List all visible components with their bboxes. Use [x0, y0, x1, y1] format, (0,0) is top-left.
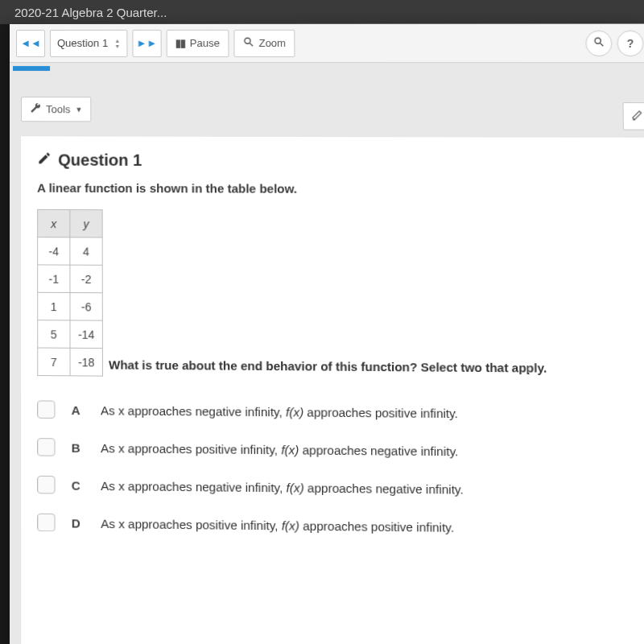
- col-header-y: y: [70, 210, 102, 237]
- prev-button[interactable]: ◄◄: [16, 29, 45, 56]
- pause-icon: ▮▮: [175, 37, 185, 49]
- svg-line-3: [601, 43, 604, 47]
- svg-point-2: [595, 38, 601, 43]
- tools-row: Tools ▼: [10, 74, 644, 123]
- choice-c: C As x approaches negative infinity, f(x…: [37, 476, 637, 500]
- app-window: ◄◄ Question 1 ▲▼ ►► ▮▮ Pause Zoom: [10, 24, 644, 644]
- tab-title: 2020-21 Algebra 2 Quarter...: [14, 6, 167, 19]
- browser-tab[interactable]: 2020-21 Algebra 2 Quarter...: [0, 0, 644, 24]
- checkbox-d[interactable]: [37, 514, 55, 532]
- edit-icon: [631, 109, 643, 123]
- toolbar: ◄◄ Question 1 ▲▼ ►► ▮▮ Pause Zoom: [10, 24, 644, 64]
- data-table: x y -44 -1-2 1-6 5-14 7-18: [37, 209, 103, 377]
- stepper-icon: ▲▼: [114, 37, 120, 48]
- wrench-icon: [30, 102, 41, 116]
- question-selector[interactable]: Question 1 ▲▼: [50, 29, 127, 56]
- svg-point-0: [245, 38, 250, 43]
- choice-b: B As x approaches positive infinity, f(x…: [37, 438, 637, 461]
- progress-segment: [13, 66, 50, 71]
- double-chevron-right-icon: ►►: [136, 37, 157, 49]
- question-title: Question 1: [37, 151, 634, 171]
- pause-label: Pause: [190, 37, 220, 49]
- choice-letter: B: [72, 440, 85, 454]
- checkbox-a[interactable]: [37, 400, 55, 419]
- table-row: -1-2: [38, 265, 103, 293]
- question-content: Question 1 A linear function is shown in…: [21, 136, 644, 644]
- answer-choices: A As x approaches negative infinity, f(x…: [37, 400, 638, 538]
- tools-label: Tools: [46, 103, 70, 115]
- choice-text: As x approaches negative infinity, f(x) …: [101, 403, 458, 420]
- double-chevron-left-icon: ◄◄: [20, 37, 41, 49]
- question-title-text: Question 1: [58, 151, 142, 169]
- choice-letter: D: [72, 516, 85, 530]
- checkbox-c[interactable]: [37, 476, 55, 494]
- annotate-button[interactable]: [623, 102, 644, 130]
- choice-a: A As x approaches negative infinity, f(x…: [37, 400, 636, 423]
- svg-line-1: [250, 43, 253, 47]
- table-row: -44: [38, 237, 103, 266]
- question-prompt: What is true about the end behavior of t…: [109, 357, 547, 374]
- search-icon: [593, 36, 605, 50]
- choice-d: D As x approaches positive infinity, f(x…: [37, 514, 638, 539]
- search-button[interactable]: [585, 30, 612, 56]
- choice-text: As x approaches negative infinity, f(x) …: [101, 478, 464, 496]
- choice-text: As x approaches positive infinity, f(x) …: [101, 516, 454, 534]
- question-selector-label: Question 1: [57, 37, 108, 49]
- table-row: 7-18: [38, 348, 103, 376]
- choice-text: As x approaches positive infinity, f(x) …: [101, 440, 458, 457]
- pause-button[interactable]: ▮▮ Pause: [166, 29, 229, 56]
- caret-down-icon: ▼: [76, 105, 83, 114]
- pencil-icon: [37, 151, 52, 169]
- progress-bar: [10, 63, 644, 75]
- choice-letter: C: [72, 478, 85, 492]
- table-row: 1-6: [38, 292, 103, 320]
- help-button[interactable]: ?: [617, 30, 643, 56]
- tools-dropdown[interactable]: Tools ▼: [21, 97, 92, 122]
- table-row: 5-14: [38, 320, 103, 349]
- search-icon: [242, 36, 254, 50]
- next-button[interactable]: ►►: [132, 29, 161, 56]
- question-intro: A linear function is shown in the table …: [37, 181, 634, 197]
- zoom-label: Zoom: [258, 37, 286, 49]
- table-header-row: x y: [38, 209, 103, 237]
- choice-letter: A: [72, 402, 85, 416]
- checkbox-b[interactable]: [37, 438, 55, 456]
- col-header-x: x: [38, 209, 70, 237]
- help-icon: ?: [626, 36, 634, 49]
- zoom-button[interactable]: Zoom: [233, 29, 295, 56]
